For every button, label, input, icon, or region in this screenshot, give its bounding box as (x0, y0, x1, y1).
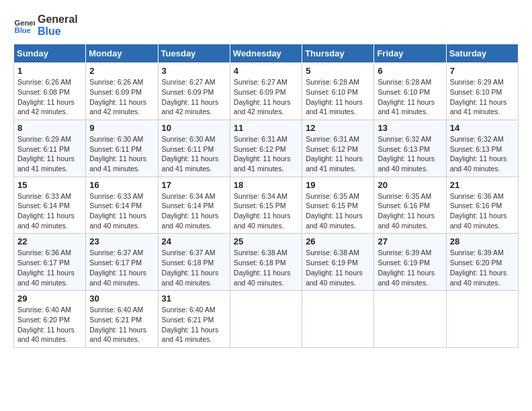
day-number: 28 (450, 236, 515, 246)
calendar-cell: 29Sunrise: 6:40 AM Sunset: 6:20 PM Dayli… (14, 291, 86, 348)
day-info: Sunrise: 6:40 AM Sunset: 6:21 PM Dayligh… (89, 305, 154, 345)
day-info: Sunrise: 6:30 AM Sunset: 6:11 PM Dayligh… (89, 134, 154, 174)
day-number: 19 (306, 180, 370, 190)
day-info: Sunrise: 6:30 AM Sunset: 6:11 PM Dayligh… (162, 134, 226, 174)
calendar-cell: 16Sunrise: 6:33 AM Sunset: 6:14 PM Dayli… (86, 177, 158, 234)
calendar-cell: 18Sunrise: 6:34 AM Sunset: 6:15 PM Dayli… (230, 177, 302, 234)
calendar-cell: 26Sunrise: 6:38 AM Sunset: 6:19 PM Dayli… (302, 234, 374, 291)
calendar-cell: 20Sunrise: 6:35 AM Sunset: 6:16 PM Dayli… (374, 177, 446, 234)
calendar-cell (302, 291, 374, 348)
day-info: Sunrise: 6:29 AM Sunset: 6:11 PM Dayligh… (17, 134, 82, 174)
calendar-week-5: 29Sunrise: 6:40 AM Sunset: 6:20 PM Dayli… (14, 291, 519, 348)
day-info: Sunrise: 6:32 AM Sunset: 6:13 PM Dayligh… (378, 134, 442, 174)
day-number: 20 (378, 180, 442, 190)
calendar-cell: 17Sunrise: 6:34 AM Sunset: 6:14 PM Dayli… (158, 177, 230, 234)
calendar-cell: 11Sunrise: 6:31 AM Sunset: 6:12 PM Dayli… (230, 120, 302, 177)
day-number: 14 (450, 123, 515, 133)
weekday-header-tuesday: Tuesday (158, 44, 230, 63)
day-number: 16 (89, 180, 154, 190)
day-number: 7 (450, 66, 515, 76)
calendar-cell: 25Sunrise: 6:38 AM Sunset: 6:18 PM Dayli… (230, 234, 302, 291)
day-number: 1 (17, 66, 82, 76)
weekday-header-thursday: Thursday (302, 44, 374, 63)
day-info: Sunrise: 6:28 AM Sunset: 6:10 PM Dayligh… (378, 77, 442, 117)
calendar-cell: 19Sunrise: 6:35 AM Sunset: 6:15 PM Dayli… (302, 177, 374, 234)
page-header: General Blue General Blue (13, 13, 519, 37)
calendar-cell (446, 291, 518, 348)
day-number: 3 (162, 66, 226, 76)
day-info: Sunrise: 6:40 AM Sunset: 6:20 PM Dayligh… (17, 305, 82, 345)
calendar-cell (230, 291, 302, 348)
day-number: 6 (378, 66, 442, 76)
day-info: Sunrise: 6:37 AM Sunset: 6:17 PM Dayligh… (89, 248, 154, 287)
calendar-cell: 30Sunrise: 6:40 AM Sunset: 6:21 PM Dayli… (86, 291, 158, 348)
calendar-week-2: 8Sunrise: 6:29 AM Sunset: 6:11 PM Daylig… (14, 120, 519, 177)
calendar-cell: 2Sunrise: 6:26 AM Sunset: 6:09 PM Daylig… (86, 63, 158, 120)
calendar-cell: 28Sunrise: 6:39 AM Sunset: 6:20 PM Dayli… (446, 234, 518, 291)
calendar-cell: 3Sunrise: 6:27 AM Sunset: 6:09 PM Daylig… (158, 63, 230, 120)
svg-text:General: General (15, 19, 35, 27)
weekday-header-friday: Friday (374, 44, 446, 63)
day-number: 4 (234, 66, 298, 76)
calendar-cell: 24Sunrise: 6:37 AM Sunset: 6:18 PM Dayli… (158, 234, 230, 291)
day-number: 30 (89, 293, 154, 304)
day-number: 21 (450, 180, 515, 190)
day-info: Sunrise: 6:37 AM Sunset: 6:18 PM Dayligh… (162, 248, 226, 287)
day-info: Sunrise: 6:27 AM Sunset: 6:09 PM Dayligh… (234, 77, 298, 117)
day-number: 9 (89, 123, 154, 133)
day-number: 8 (17, 123, 82, 133)
calendar-cell: 27Sunrise: 6:39 AM Sunset: 6:19 PM Dayli… (374, 234, 446, 291)
day-number: 25 (234, 236, 298, 246)
weekday-header-wednesday: Wednesday (230, 44, 302, 63)
calendar-cell: 13Sunrise: 6:32 AM Sunset: 6:13 PM Dayli… (374, 120, 446, 177)
day-info: Sunrise: 6:26 AM Sunset: 6:09 PM Dayligh… (89, 77, 154, 117)
day-number: 13 (378, 123, 442, 133)
day-info: Sunrise: 6:32 AM Sunset: 6:13 PM Dayligh… (450, 134, 515, 174)
logo-icon: General Blue (13, 15, 35, 36)
day-info: Sunrise: 6:29 AM Sunset: 6:10 PM Dayligh… (450, 77, 515, 117)
calendar-cell: 12Sunrise: 6:31 AM Sunset: 6:12 PM Dayli… (302, 120, 374, 177)
calendar-cell: 8Sunrise: 6:29 AM Sunset: 6:11 PM Daylig… (14, 120, 86, 177)
calendar-table: SundayMondayTuesdayWednesdayThursdayFrid… (13, 44, 519, 348)
day-number: 23 (89, 236, 154, 246)
day-info: Sunrise: 6:36 AM Sunset: 6:17 PM Dayligh… (17, 248, 82, 287)
day-number: 22 (17, 236, 82, 246)
day-info: Sunrise: 6:40 AM Sunset: 6:21 PM Dayligh… (162, 305, 226, 345)
day-info: Sunrise: 6:31 AM Sunset: 6:12 PM Dayligh… (306, 134, 370, 174)
calendar-week-4: 22Sunrise: 6:36 AM Sunset: 6:17 PM Dayli… (14, 234, 519, 291)
calendar-cell: 9Sunrise: 6:30 AM Sunset: 6:11 PM Daylig… (86, 120, 158, 177)
calendar-cell: 15Sunrise: 6:33 AM Sunset: 6:14 PM Dayli… (14, 177, 86, 234)
logo-text-general: General (38, 13, 78, 26)
weekday-header-monday: Monday (86, 44, 158, 63)
calendar-cell: 21Sunrise: 6:36 AM Sunset: 6:16 PM Dayli… (446, 177, 518, 234)
day-info: Sunrise: 6:35 AM Sunset: 6:15 PM Dayligh… (306, 191, 370, 231)
day-number: 12 (306, 123, 370, 133)
day-number: 29 (17, 293, 82, 304)
day-number: 31 (162, 293, 226, 304)
calendar-cell: 23Sunrise: 6:37 AM Sunset: 6:17 PM Dayli… (86, 234, 158, 291)
day-info: Sunrise: 6:33 AM Sunset: 6:14 PM Dayligh… (17, 191, 82, 231)
calendar-header-row: SundayMondayTuesdayWednesdayThursdayFrid… (14, 44, 519, 63)
day-info: Sunrise: 6:28 AM Sunset: 6:10 PM Dayligh… (306, 77, 370, 117)
day-number: 27 (378, 236, 442, 246)
weekday-header-saturday: Saturday (446, 44, 518, 63)
day-number: 10 (162, 123, 226, 133)
calendar-cell (374, 291, 446, 348)
day-info: Sunrise: 6:27 AM Sunset: 6:09 PM Dayligh… (162, 77, 226, 117)
day-info: Sunrise: 6:38 AM Sunset: 6:18 PM Dayligh… (234, 248, 298, 287)
day-number: 26 (306, 236, 370, 246)
day-info: Sunrise: 6:38 AM Sunset: 6:19 PM Dayligh… (306, 248, 370, 287)
logo-text-blue: Blue (38, 26, 78, 38)
calendar-cell: 22Sunrise: 6:36 AM Sunset: 6:17 PM Dayli… (14, 234, 86, 291)
day-info: Sunrise: 6:26 AM Sunset: 6:08 PM Dayligh… (17, 77, 82, 117)
logo: General Blue General Blue (13, 13, 78, 37)
svg-text:Blue: Blue (15, 26, 31, 34)
day-number: 18 (234, 180, 298, 190)
day-number: 2 (89, 66, 154, 76)
calendar-cell: 1Sunrise: 6:26 AM Sunset: 6:08 PM Daylig… (14, 63, 86, 120)
day-info: Sunrise: 6:36 AM Sunset: 6:16 PM Dayligh… (450, 191, 515, 231)
calendar-cell: 7Sunrise: 6:29 AM Sunset: 6:10 PM Daylig… (446, 63, 518, 120)
calendar-week-3: 15Sunrise: 6:33 AM Sunset: 6:14 PM Dayli… (14, 177, 519, 234)
day-number: 11 (234, 123, 298, 133)
day-info: Sunrise: 6:31 AM Sunset: 6:12 PM Dayligh… (234, 134, 298, 174)
